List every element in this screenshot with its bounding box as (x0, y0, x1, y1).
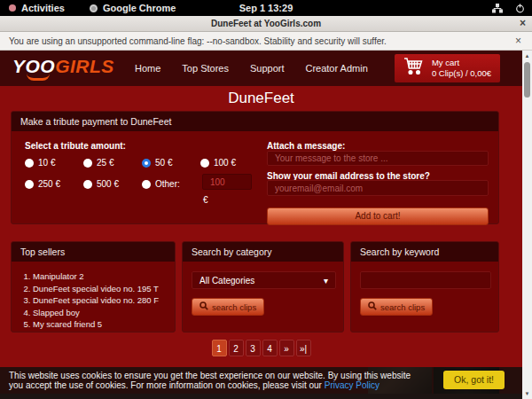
radio-50-selected[interactable] (142, 159, 151, 168)
list-item[interactable]: Manipulator 2 (33, 270, 175, 283)
web-page: YOOGIRLS Home Top Stores Support Creator… (0, 51, 522, 399)
scroll-down-arrow[interactable]: ▼ (522, 388, 532, 399)
nav-top-stores[interactable]: Top Stores (182, 63, 229, 74)
cookie-text: This website uses cookies to ensure you … (0, 371, 426, 391)
cart-icon (403, 57, 425, 80)
scroll-up-arrow[interactable]: ▲ (522, 51, 532, 61)
scrollbar-thumb[interactable] (524, 62, 530, 98)
amount-option-250[interactable]: 250 € (25, 179, 83, 189)
power-icon[interactable] (515, 4, 525, 13)
amount-option-25[interactable]: 25 € (83, 158, 142, 168)
top-sellers-list: Manipulator 2 DuneFeet special video no.… (33, 270, 175, 331)
tribute-panel-header: Make a tribute payment to DuneFeet (12, 112, 498, 131)
cart-label: My cart (432, 58, 459, 67)
cookie-banner: This website uses cookies to ensure you … (0, 367, 522, 394)
nav-support[interactable]: Support (250, 63, 285, 74)
nav-creator-admin[interactable]: Creator Admin (305, 63, 367, 74)
radio-10[interactable] (25, 159, 34, 168)
page-title: DuneFeet (0, 90, 522, 107)
radio-other[interactable] (142, 180, 151, 189)
screen: Activities Google Chrome Sep 1 13:29 Dun… (0, 0, 532, 399)
add-to-cart-button[interactable]: Add to cart! (267, 207, 489, 225)
currency-symbol: € (203, 195, 208, 205)
search-keyword-header: Search by keyword (351, 242, 498, 262)
search-clips-category-button[interactable]: search clips (192, 298, 264, 316)
chrome-warning-bar: You are using an unsupported command-lin… (0, 32, 532, 51)
page-button-2[interactable]: 2 (229, 340, 244, 356)
radio-100[interactable] (200, 159, 209, 168)
page-next-button[interactable]: » (279, 340, 294, 356)
top-sellers-header: Top sellers (12, 242, 175, 262)
content-strip (0, 394, 522, 399)
site-header: YOOGIRLS Home Top Stores Support Creator… (0, 51, 522, 86)
list-item[interactable]: Slapped boy (33, 307, 175, 319)
keyword-input[interactable] (360, 271, 491, 289)
nav-home[interactable]: Home (135, 63, 160, 74)
logo-smile-icon (27, 74, 50, 81)
amount-option-500[interactable]: 500 € (83, 179, 142, 189)
window-title: DuneFeet at YooGirls.com (211, 19, 321, 28)
page-button-3[interactable]: 3 (246, 340, 261, 356)
list-item[interactable]: My scared friend 5 (33, 318, 175, 331)
radio-250[interactable] (25, 180, 34, 189)
search-icon (200, 301, 208, 312)
my-cart-button[interactable]: My cart 0 Clip(s) / 0,00€ (395, 54, 500, 82)
scrollbar[interactable]: ▲ ▼ (522, 51, 532, 399)
list-item[interactable]: DuneFeet special video no. 280 F (33, 294, 175, 307)
list-item[interactable]: DuneFeet special video no. 195 T (33, 283, 175, 295)
warning-close-button[interactable]: × (515, 35, 521, 47)
chevron-down-icon: ▾ (324, 276, 328, 286)
category-select[interactable]: All Categories ▾ (192, 271, 336, 289)
amount-row-2: 250 € 500 € Other: (25, 179, 202, 189)
amount-row-1: 10 € 25 € 50 € 100 € (25, 158, 259, 168)
search-category-panel: Search by category All Categories ▾ sear… (182, 241, 344, 332)
amount-option-100[interactable]: 100 € (200, 158, 259, 168)
cart-contents: 0 Clip(s) / 0,00€ (432, 68, 491, 78)
page-last-button[interactable]: »| (296, 340, 311, 356)
message-label: Attach a message: (267, 141, 345, 151)
window-close-button[interactable]: × (520, 17, 526, 29)
search-keyword-panel: Search by keyword search clips (350, 241, 499, 332)
amount-option-other[interactable]: Other: (142, 179, 202, 189)
search-icon (368, 301, 377, 312)
page-button-4[interactable]: 4 (262, 340, 278, 356)
warning-text: You are using an unsupported command-lin… (9, 36, 387, 46)
email-input[interactable] (267, 180, 489, 196)
message-input[interactable] (267, 151, 489, 166)
top-sellers-panel: Top sellers Manipulator 2 DuneFeet speci… (11, 241, 176, 332)
network-icon[interactable] (492, 4, 503, 13)
window-title-bar: DuneFeet at YooGirls.com × (0, 16, 532, 32)
tribute-panel: Make a tribute payment to DuneFeet Selec… (11, 111, 499, 224)
other-amount-input[interactable] (202, 174, 252, 190)
search-category-header: Search by category (183, 242, 343, 262)
main-nav: Home Top Stores Support Creator Admin (135, 51, 368, 86)
logo-girls: GIRLS (55, 56, 114, 76)
radio-25[interactable] (83, 159, 92, 168)
system-top-bar: Activities Google Chrome Sep 1 13:29 (0, 0, 532, 16)
page-button-1[interactable]: 1 (212, 340, 227, 356)
amount-option-50[interactable]: 50 € (142, 158, 200, 168)
clock[interactable]: Sep 1 13:29 (0, 3, 532, 13)
amount-label: Select a tribute amount: (25, 141, 126, 151)
category-select-value: All Categories (200, 276, 254, 286)
search-clips-keyword-button[interactable]: search clips (360, 298, 433, 316)
radio-500[interactable] (83, 180, 92, 189)
pagination: 1234»»| (0, 340, 522, 356)
amount-option-10[interactable]: 10 € (25, 158, 83, 168)
privacy-policy-link[interactable]: Privacy Policy (325, 380, 379, 390)
cookie-accept-button[interactable]: Ok, got it! (443, 371, 505, 389)
